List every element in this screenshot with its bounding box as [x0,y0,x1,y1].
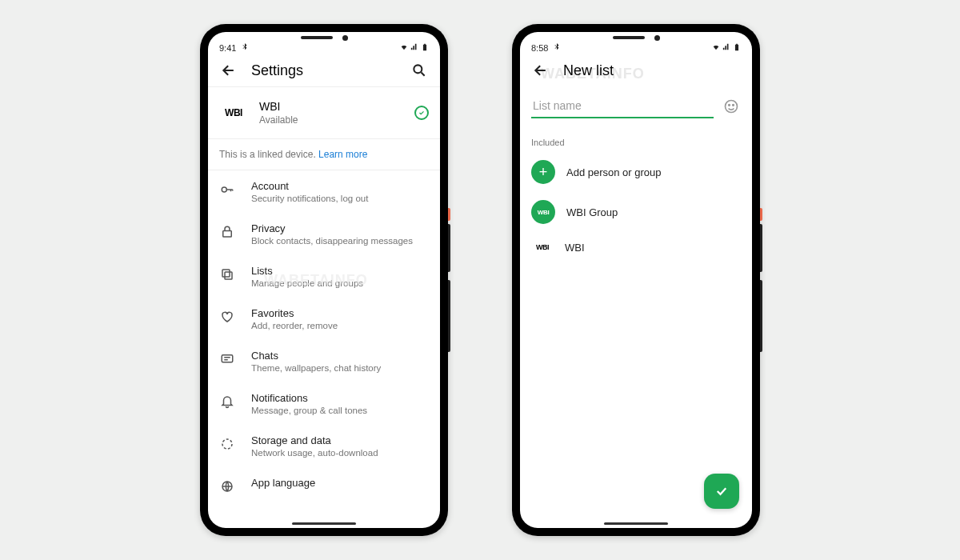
volume-button [760,280,762,352]
volume-button [448,280,450,352]
svg-point-9 [729,105,730,106]
list-item-group[interactable]: WBI WBI Group [520,192,752,232]
status-time: 8:58 [531,43,548,53]
power-button [760,224,762,272]
setting-privacy[interactable]: PrivacyBlock contacts, disappearing mess… [208,213,440,255]
learn-more-link[interactable]: Learn more [318,149,367,160]
back-icon[interactable] [219,61,238,80]
battery-icon [733,43,741,53]
phone-frame-newlist: 8:58 WABETAINFO New list Included + [512,24,760,536]
group-avatar: WBI [531,200,555,224]
page-title: New list [563,62,741,79]
header: Settings [208,54,440,87]
avatar: WBI [219,98,248,127]
confirm-fab[interactable] [704,474,739,509]
chat-icon [219,351,235,367]
add-person-row[interactable]: + Add person or group [520,152,752,192]
signal-icon [722,43,730,53]
screen-settings: 9:41 Settings WBI WBI Available [208,32,440,528]
wifi-icon [400,43,408,53]
svg-rect-5 [222,355,233,362]
battery-icon [421,43,429,53]
svg-rect-2 [223,231,232,238]
key-icon [219,182,235,198]
list-name-input[interactable] [531,94,714,118]
header: New list [520,54,752,86]
wifi-icon [712,43,720,53]
power-button [448,224,450,272]
side-accent [760,208,762,221]
nav-pill [292,522,356,525]
plus-icon: + [531,160,555,184]
setting-lists[interactable]: ListsManage people and groups [208,255,440,298]
setting-favorites[interactable]: FavoritesAdd, reorder, remove [208,298,440,340]
verified-icon [414,106,429,120]
search-icon[interactable] [410,61,429,80]
svg-rect-3 [222,270,230,277]
profile-name: WBI [259,100,403,113]
lock-icon [219,224,235,240]
list-item-contact[interactable]: WBI WBI [520,232,752,262]
svg-point-0 [414,65,422,73]
status-time: 9:41 [219,43,236,53]
back-icon[interactable] [531,61,550,80]
heart-icon [219,309,235,325]
side-accent [448,208,450,221]
section-included: Included [520,123,752,152]
status-bluetooth-icon [241,43,249,53]
list-item-label: WBI [565,242,585,254]
setting-storage[interactable]: Storage and dataNetwork usage, auto-down… [208,425,440,467]
profile-status: Available [259,114,403,126]
profile-row[interactable]: WBI WBI Available [208,87,440,139]
screen-newlist: 8:58 WABETAINFO New list Included + [520,32,752,528]
linked-device-notice: This is a linked device. Learn more [208,139,440,170]
page-title: Settings [251,62,397,79]
nav-pill [604,522,668,525]
settings-list: WABETAINFO AccountSecurity notifications… [208,170,440,528]
emoji-icon[interactable] [722,97,741,116]
signal-icon [410,43,418,53]
data-icon [219,436,235,452]
setting-notifications[interactable]: NotificationsMessage, group & call tones [208,382,440,425]
lists-icon [219,266,235,282]
list-item-label: WBI Group [566,206,618,218]
status-bluetooth-icon [553,43,561,53]
svg-point-1 [222,187,226,192]
svg-point-6 [222,439,232,449]
svg-point-10 [733,105,734,106]
notch [604,32,668,43]
bell-icon [219,394,235,410]
setting-account[interactable]: AccountSecurity notifications, log out [208,170,440,213]
phone-frame-settings: 9:41 Settings WBI WBI Available [200,24,448,536]
add-person-label: Add person or group [566,166,662,178]
notch [292,32,356,43]
svg-rect-4 [225,272,232,279]
setting-chats[interactable]: ChatsTheme, wallpapers, chat history [208,340,440,382]
list-name-row [520,86,752,123]
globe-icon [219,478,235,494]
svg-point-8 [726,101,738,113]
contact-avatar: WBI [531,240,554,254]
setting-language[interactable]: App language [208,467,440,504]
